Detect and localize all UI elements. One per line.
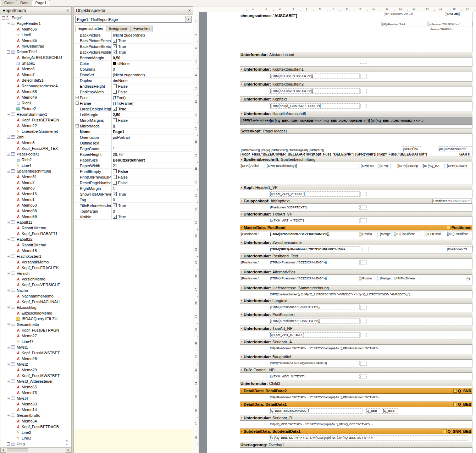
property-row-OutlineText[interactable]: OutlineText bbox=[74, 140, 193, 146]
report-object-memo[interactable]: [TRIM(<KTBS2."TBSTEXT">)] bbox=[269, 88, 360, 94]
tree-item-Memo6[interactable]: AMemo6 bbox=[1, 66, 71, 72]
property-value[interactable]: Benutzerdefiniert bbox=[111, 158, 145, 162]
band-header-PageHeader1[interactable]: Seitenkopf:PageHeader1 bbox=[240, 128, 472, 134]
report-object-memo[interactable]: [TRIM(<KTBS1."TBSTEXT">)] bbox=[269, 73, 360, 79]
tree-item-Gesamtnetto[interactable]: −Gesamtnetto bbox=[1, 322, 71, 327]
tree-item-Memo15[interactable]: AMemo15 bbox=[1, 248, 71, 253]
checkbox-icon[interactable] bbox=[113, 169, 117, 173]
tree-item-mvUebertrag[interactable]: AmvUebertrag bbox=[1, 43, 71, 49]
tree-item-EilzuschlagMemo[interactable]: AEilzuschlagMemo bbox=[1, 310, 71, 316]
property-row-BottomMargin[interactable]: BottomMargin0,50 bbox=[74, 55, 193, 61]
band-header-Overlay1[interactable]: Überlagerung:Overlay1 bbox=[240, 442, 472, 448]
property-value[interactable]: 21 bbox=[111, 164, 117, 168]
checkbox-icon[interactable]: ✓ bbox=[113, 192, 117, 196]
band-header-Langtext[interactable]: ►Unterformular:Langtext bbox=[240, 298, 472, 304]
property-value[interactable]: False bbox=[111, 175, 128, 179]
report-object-memo[interactable]: [Positio bbox=[360, 231, 378, 237]
property-row-ResetPageNumber[interactable]: ResetPageNumberFalse bbox=[74, 180, 193, 186]
property-value[interactable]: (TFont) bbox=[111, 95, 126, 100]
report-object-memo[interactable]: <Benutzer."TELEFON">, bbox=[430, 27, 453, 31]
band-header-DetailData1[interactable]: ►DetailData:DetailData1Q_BEB bbox=[240, 402, 472, 407]
tree-expander-icon[interactable]: − bbox=[7, 363, 10, 366]
report-object-memo[interactable]: [TRIM(<Positionen."LANGTEXT">)] bbox=[269, 305, 360, 310]
report-object-box[interactable] bbox=[360, 374, 367, 379]
report-object-memo[interactable]: [IIF(<Positi bbox=[425, 231, 445, 237]
tree-item-Ustg[interactable]: −Ustg bbox=[1, 441, 71, 447]
report-object-memo[interactable]: [qrTXM_ADR_V."TEXT"] bbox=[269, 191, 360, 197]
tree-item-PageHeader1[interactable]: −PageHeader1 bbox=[1, 21, 71, 26]
property-value[interactable]: ✓True bbox=[111, 107, 126, 111]
property-row-BackPictureVisible[interactable]: BackPictureVisible✓True bbox=[74, 49, 193, 55]
band-header-Seriennr_A[interactable]: ►Unterformular:Seriennr_A bbox=[240, 339, 472, 345]
tree-expander-icon[interactable]: − bbox=[7, 346, 10, 349]
report-object-memo[interactable]: chnungsadresse."AUSGABE"] bbox=[240, 13, 297, 18]
tree-item-Spaltenbeschriftung[interactable]: −Spaltenbeschriftung bbox=[1, 168, 71, 174]
band-header-PosiFusstext[interactable]: ►Unterformular:PosiFusstext bbox=[240, 312, 472, 317]
tree-item-Rich1[interactable]: ▤Rich1 bbox=[1, 100, 71, 106]
checkbox-icon[interactable] bbox=[113, 175, 117, 179]
report-object-memo[interactable]: [SPR('Lieferadress bbox=[242, 118, 270, 123]
chevron-down-icon[interactable]: ▼ bbox=[185, 16, 191, 22]
band-header-TxmArt_NP[interactable]: ►Unterformular:TxmArt_NP bbox=[240, 326, 472, 331]
tree-item-BelegNrBELEGSCHLU[interactable]: ABelegNrBELEGSCHLU bbox=[1, 55, 71, 60]
property-row-LeftMargin[interactable]: LeftMargin2,50 bbox=[74, 112, 193, 118]
scroll-left-icon[interactable]: ◄ bbox=[0, 448, 6, 453]
report-object-box[interactable] bbox=[360, 218, 367, 223]
tree-item-Kopf_FussFRACHTK[interactable]: AKopf_FussFRACHTK bbox=[1, 265, 71, 271]
property-value[interactable]: ✓True bbox=[111, 203, 126, 208]
property-row-EndlessWidth[interactable]: EndlessWidthFalse bbox=[74, 89, 193, 95]
property-row-PaperSize[interactable]: PaperSizeBenutzerdefiniert bbox=[74, 157, 193, 163]
property-value[interactable]: 2,50 bbox=[111, 113, 120, 117]
band-header-AlternativPos[interactable]: ►Unterformular:AlternativPos bbox=[240, 269, 472, 275]
tree-expander-icon[interactable]: − bbox=[7, 153, 10, 156]
tree-item-Memo65[interactable]: AMemo65 bbox=[1, 384, 71, 390]
tree-item-Memo33[interactable]: AMemo33 bbox=[1, 401, 71, 407]
report-object-box[interactable] bbox=[360, 319, 367, 323]
tree-item-Nachn[interactable]: −Nachn bbox=[1, 288, 71, 293]
tree-expander-icon[interactable]: − bbox=[7, 289, 10, 292]
tree-item-Line4[interactable]: ✎Line4 bbox=[1, 163, 71, 168]
report-object-memo[interactable]: [<Benutzer."TELEFON"> = '' bbox=[428, 22, 473, 27]
band-header-Lieferadresse_Sammelrechnung[interactable]: ►Unterformular:Lieferadresse_Sammelrechn… bbox=[240, 285, 472, 291]
tree-item-Memo29[interactable]: AMemo29 bbox=[1, 367, 71, 373]
property-value[interactable]: False bbox=[111, 169, 128, 174]
report-object-memo[interactable]: [IIF(<Positionen."P bbox=[438, 146, 472, 152]
chevron-down-icon[interactable]: ⌄ bbox=[65, 442, 68, 446]
checkbox-icon[interactable]: ✓ bbox=[113, 203, 117, 207]
property-value[interactable]: False bbox=[111, 84, 128, 88]
property-value[interactable]: 1 bbox=[111, 147, 115, 151]
report-object-memo[interactable]: [TRIM(<Positionen."BEZEICHNUNG">)] bbox=[269, 260, 360, 265]
band-header-Zwischensumme[interactable]: ►Unterformular:Zwischensumme bbox=[240, 240, 472, 245]
checkbox-icon[interactable]: ✓ bbox=[113, 50, 117, 54]
report-object-memo[interactable]: [IIF(<Benutzer."Telef bbox=[381, 22, 428, 27]
tree-item-Memo36[interactable]: AMemo36 bbox=[1, 26, 71, 32]
tree-item-Memo31[interactable]: AMemo31 bbox=[1, 174, 71, 180]
band-header-TxmArt_VP[interactable]: ►Unterformular:TxmArt_VP bbox=[240, 211, 472, 217]
report-object-box[interactable] bbox=[360, 89, 367, 93]
report-object-memo[interactable]: [qrTXM_ADR_N."TEXT"] bbox=[269, 374, 360, 379]
report-object-memo[interactable]: [Positionen." bbox=[240, 260, 268, 265]
tree-item-Kopf_FussBETRAGB[interactable]: AKopf_FussBETRAGB bbox=[1, 424, 71, 430]
band-header-Kopftextbaustein2[interactable]: ►Unterformular:Kopftextbaustein2 bbox=[240, 81, 472, 87]
close-icon[interactable]: × bbox=[188, 9, 191, 13]
tree-item-PageFooter1[interactable]: −PageFooter1 bbox=[1, 151, 71, 157]
band-header-Kopftext[interactable]: ►Unterformular:Kopftext bbox=[240, 96, 472, 102]
checkbox-icon[interactable]: ✓ bbox=[113, 39, 117, 43]
report-object-memo[interactable]: [SPR('Me bbox=[360, 163, 377, 169]
property-row-BackPicturePrintab[interactable]: BackPicturePrintab✓True bbox=[74, 38, 193, 44]
report-object-box[interactable] bbox=[360, 104, 367, 108]
report-object-memo[interactable]: [Menge bbox=[379, 276, 392, 281]
property-row-EndlessHeight[interactable]: EndlessHeightFalse bbox=[74, 83, 193, 89]
report-object-box[interactable] bbox=[362, 247, 369, 251]
report-object-memo[interactable]: [IIF(<Positionen."SCTYP"> = 'C',SPR('Cha… bbox=[269, 346, 468, 351]
band-header-Posiband_Text[interactable]: ►Unterformular:Posiband_Text bbox=[240, 253, 472, 259]
tree-item-Memo28[interactable]: AMemo28 bbox=[1, 356, 71, 361]
tree-item-Memo73[interactable]: AMemo73 bbox=[1, 390, 71, 395]
checkbox-icon[interactable] bbox=[113, 118, 117, 122]
tree-item-Memo2[interactable]: AMemo2 bbox=[1, 180, 71, 185]
property-value[interactable]: 0 bbox=[111, 198, 115, 202]
band-header-Seriennr_D[interactable]: ►Unterformular:Seriennr_D bbox=[240, 415, 472, 421]
property-row-TitleBeforeHeader[interactable]: TitleBeforeHeader✓True bbox=[74, 203, 193, 208]
property-row-Orientation[interactable]: OrientationpoPortrait bbox=[74, 135, 193, 140]
report-object-memo[interactable]: [SPR('Gesamt bbox=[446, 163, 472, 169]
